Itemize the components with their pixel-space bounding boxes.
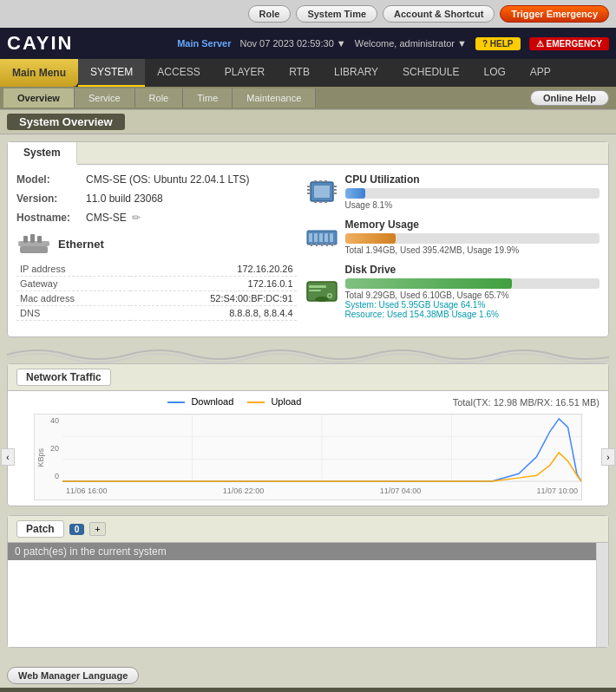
system-info-right: CPU Utilization Usage 8.1% [305, 173, 600, 328]
gateway-label: Gateway [16, 277, 130, 291]
chart-legend: Download Upload [16, 396, 453, 407]
emergency-badge: ⚠ EMERGENCY [529, 37, 609, 50]
svg-rect-20 [309, 233, 312, 242]
svg-rect-26 [316, 243, 318, 246]
nav-app[interactable]: APP [518, 59, 563, 87]
subnav-service[interactable]: Service [75, 88, 135, 108]
disk-progress-bg [345, 278, 600, 289]
svg-rect-9 [307, 193, 311, 194]
patch-panel: Patch 0 + 0 patch(es) in the current sys… [7, 515, 609, 648]
page-title: System Overview [7, 114, 125, 130]
svg-rect-4 [20, 246, 48, 253]
svg-rect-27 [321, 243, 323, 246]
legend-upload: Upload [247, 396, 301, 407]
model-label: Model: [16, 173, 86, 186]
patch-empty-area[interactable] [8, 560, 608, 647]
main-nav: Main Menu SYSTEM ACCESS PLAYER RTB LIBRA… [0, 59, 616, 87]
mac-label: Mac address [16, 291, 130, 306]
svg-rect-15 [324, 180, 327, 182]
cpu-progress-fill [345, 188, 366, 199]
network-panel: Network Traffic Download Upload Total(TX… [7, 363, 609, 506]
ethernet-section: Ethernet IP address 172.16.20.26 Gateway… [16, 231, 297, 321]
subnav-maintenance[interactable]: Maintenance [233, 88, 316, 108]
system-panel: System Model: CMS-SE (OS: Ubuntu 22.04.1… [7, 141, 609, 337]
chart-nav-left-button[interactable]: ‹ [1, 448, 15, 466]
network-panel-header: Network Traffic [8, 364, 608, 391]
gateway-row: Gateway 172.16.0.1 [16, 277, 297, 291]
main-menu-button[interactable]: Main Menu [0, 59, 78, 87]
subnav-role[interactable]: Role [135, 88, 184, 108]
cpu-resource: CPU Utilization Usage 8.1% [305, 173, 600, 210]
header-bar: CAYIN Main Server Nov 07 2023 02:59:30 ▼… [0, 28, 616, 59]
help-button[interactable]: ? HELP [475, 37, 521, 50]
web-manager-language-button[interactable]: Web Manager Language [7, 667, 139, 684]
chart-x-labels: 11/06 16:00 11/06 22:00 11/07 04:00 11/0… [62, 482, 581, 499]
disk-info: Disk Drive Total 9.29GB, Used 6.10GB, Us… [345, 264, 600, 319]
edit-hostname-icon[interactable]: ✏ [132, 212, 141, 224]
ethernet-header: Ethernet [16, 231, 297, 257]
memory-title: Memory Usage [345, 219, 600, 231]
network-chart-area: Download Upload Total(TX: 12.98 MB/RX: 1… [8, 391, 608, 506]
disk-icon [305, 278, 338, 304]
version-label: Version: [16, 193, 86, 205]
nav-log[interactable]: LOG [471, 59, 517, 87]
cpu-progress-bg [345, 188, 600, 199]
online-help-button[interactable]: Online Help [530, 90, 609, 106]
svg-rect-23 [324, 233, 328, 242]
patch-count-badge: 0 [69, 524, 85, 535]
hostname-row: Hostname: CMS-SE ✏ [16, 212, 297, 224]
nav-system[interactable]: SYSTEM [78, 59, 145, 87]
hostname-value: CMS-SE [86, 212, 127, 224]
model-value: CMS-SE (OS: Ubuntu 22.04.1 LTS) [86, 173, 250, 186]
disk-resource-text: Resource: Used 154.38MB Usage 1.6% [345, 310, 600, 319]
server-label: Main Server [177, 38, 231, 49]
nav-schedule[interactable]: SCHEDULE [390, 59, 471, 87]
sub-nav: Overview Service Role Time Maintenance O… [0, 87, 616, 109]
patch-body: 0 patch(es) in the current system [8, 543, 608, 647]
svg-rect-35 [309, 290, 321, 291]
chart-y-label: KBps [36, 448, 45, 467]
patch-add-button[interactable]: + [89, 522, 105, 536]
system-panel-body: Model: CMS-SE (OS: Ubuntu 22.04.1 LTS) V… [8, 165, 608, 336]
svg-rect-16 [314, 201, 317, 203]
wavy-divider [7, 346, 609, 363]
header-info: Main Server Nov 07 2023 02:59:30 ▼ Welco… [177, 37, 609, 50]
nav-library[interactable]: LIBRARY [322, 59, 390, 87]
patch-scrollbar[interactable] [596, 543, 608, 647]
header-welcome: Welcome, administrator ▼ [355, 38, 467, 49]
svg-rect-3 [37, 236, 42, 243]
mac-row: Mac address 52:S4:00:BF:DC:91 [16, 291, 297, 306]
account-shortcut-button[interactable]: Account & Shortcut [383, 5, 495, 23]
subnav-time[interactable]: Time [183, 88, 233, 108]
role-button[interactable]: Role [248, 5, 292, 23]
subnav-overview[interactable]: Overview [3, 88, 75, 108]
panel-tab-bar: System [8, 142, 608, 165]
svg-rect-11 [333, 189, 337, 191]
nav-access[interactable]: ACCESS [145, 59, 212, 87]
main-content: System Model: CMS-SE (OS: Ubuntu 22.04.1… [0, 134, 616, 663]
patch-title: Patch [16, 520, 64, 538]
memory-resource: Memory Usage Total 1.94GB, Used 395.42MB… [305, 219, 600, 255]
system-time-button[interactable]: System Time [296, 5, 377, 23]
svg-rect-21 [314, 233, 318, 242]
legend-download-line [167, 401, 185, 403]
trigger-emergency-button[interactable]: Trigger Emergency [500, 5, 609, 23]
memory-text: Total 1.94GB, Used 395.42MB, Usage 19.9% [345, 245, 600, 255]
svg-rect-34 [309, 285, 326, 288]
network-panel-title: Network Traffic [16, 369, 111, 386]
svg-rect-10 [333, 186, 337, 187]
model-row: Model: CMS-SE (OS: Ubuntu 22.04.1 LTS) [16, 173, 297, 186]
language-bar: Web Manager Language [0, 663, 616, 688]
nav-player[interactable]: PLAYER [213, 59, 277, 87]
emergency-icon: ⚠ [536, 39, 544, 49]
svg-rect-14 [319, 180, 322, 182]
version-value: 11.0 build 23068 [86, 193, 163, 205]
tab-system[interactable]: System [8, 142, 77, 165]
disk-system-text: System: Used 5.95GB Usage 64.1% [345, 300, 600, 310]
chart-total: Total(TX: 12.98 MB/RX: 16.51 MB) [453, 397, 600, 408]
svg-rect-28 [326, 243, 328, 246]
svg-rect-2 [30, 234, 35, 243]
nav-rtb[interactable]: RTB [277, 59, 322, 87]
svg-rect-18 [324, 201, 327, 203]
chart-nav-right-button[interactable]: › [601, 448, 615, 466]
